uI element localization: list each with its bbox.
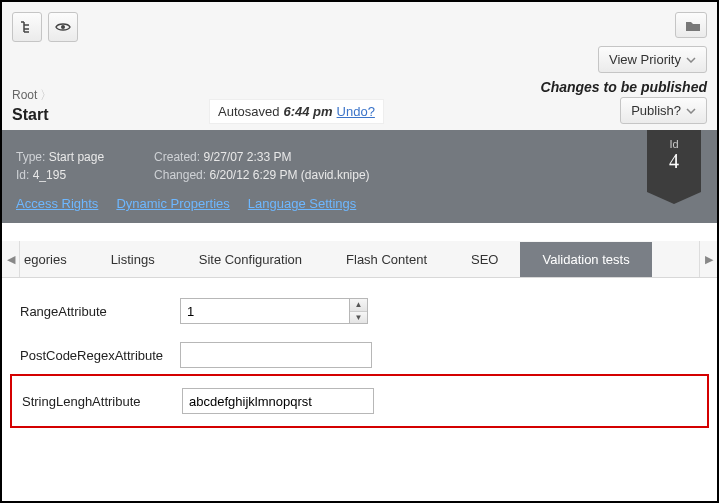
breadcrumb[interactable]: Root〉 [12,87,52,104]
view-priority-button[interactable]: View Priority [598,46,707,73]
chevron-down-icon [686,108,696,114]
tree-icon [20,20,34,34]
highlighted-row: StringLenghAttribute [10,374,709,428]
access-rights-link[interactable]: Access Rights [16,196,98,211]
spin-down-button[interactable]: ▼ [350,312,367,324]
strlen-input[interactable] [182,388,374,414]
eye-icon [55,21,71,33]
folder-icon [685,19,701,32]
chevron-down-icon [686,57,696,63]
language-settings-link[interactable]: Language Settings [248,196,356,211]
spin-up-button[interactable]: ▲ [350,299,367,312]
publish-button[interactable]: Publish? [620,97,707,124]
page-title: Start [12,106,52,124]
undo-link[interactable]: Undo? [337,104,375,119]
tabs: egories Listings Site Configuration Flas… [20,242,699,277]
tab-flash-content[interactable]: Flash Content [324,242,449,277]
folder-button[interactable] [675,12,707,38]
changes-label: Changes to be published [541,79,707,95]
tab-categories[interactable]: egories [20,242,89,277]
range-label: RangeAttribute [20,304,180,319]
strlen-label: StringLenghAttribute [22,394,182,409]
range-input[interactable] [180,298,350,324]
id-flag: Id 4 [647,130,701,192]
tab-site-configuration[interactable]: Site Configuration [177,242,324,277]
view-priority-label: View Priority [609,52,681,67]
tree-toggle-button[interactable] [12,12,42,42]
info-bar: Type: Start page Id: 4_195 Created: 9/27… [2,130,717,223]
dynamic-properties-link[interactable]: Dynamic Properties [116,196,229,211]
tabs-scroll-left[interactable]: ◀ [2,241,20,277]
tab-listings[interactable]: Listings [89,242,177,277]
autosaved-status: Autosaved 6:44 pm Undo? [209,99,384,124]
tabs-scroll-right[interactable]: ▶ [699,241,717,277]
svg-point-0 [61,25,65,29]
chevron-right-icon: 〉 [40,88,52,102]
tab-seo[interactable]: SEO [449,242,520,277]
postcode-input[interactable] [180,342,372,368]
postcode-label: PostCodeRegexAttribute [20,348,180,363]
preview-button[interactable] [48,12,78,42]
tab-validation-tests[interactable]: Validation tests [520,242,651,277]
